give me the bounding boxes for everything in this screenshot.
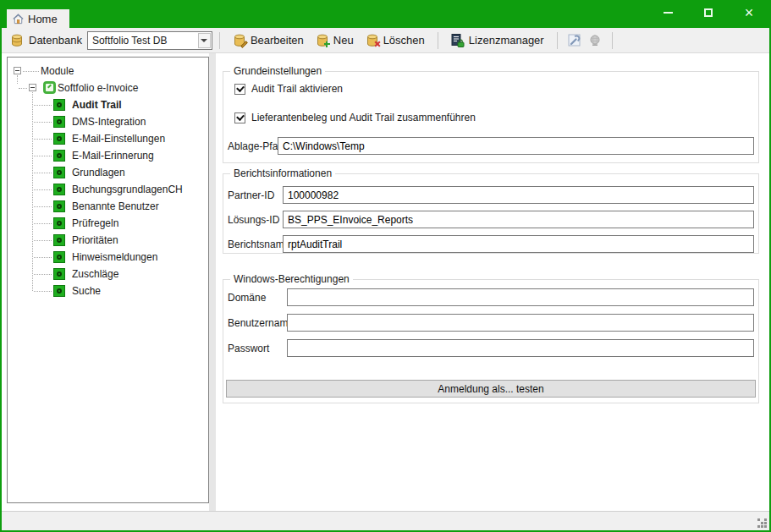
pencil-badge-icon xyxy=(240,41,248,48)
delete-button[interactable]: Löschen xyxy=(360,31,431,50)
field-label: Domäne xyxy=(228,292,266,304)
database-combobox-value: Softfolio Test DB xyxy=(92,35,168,47)
resize-grip-icon[interactable] xyxy=(757,518,767,528)
edit-button[interactable]: Bearbeiten xyxy=(227,31,310,50)
toolbar-separator xyxy=(219,32,220,49)
tab-home[interactable]: Home xyxy=(7,9,69,28)
tree-item-softfolio-e-invoice[interactable]: Softfolio e-Invoice xyxy=(8,80,208,96)
minimize-button[interactable] xyxy=(654,3,681,23)
gear-icon xyxy=(53,150,65,162)
group-title: Windows-Berechtigungen xyxy=(230,273,353,285)
tree-item-benannte-benutzer[interactable]: Benannte Benutzer xyxy=(8,198,208,215)
gear-icon xyxy=(53,184,65,195)
berichtsname-row: Berichtsname xyxy=(223,235,758,253)
settings-panel: Grundeinstellungen Audit Trail aktiviere… xyxy=(216,53,769,511)
tree-item-module[interactable]: Module xyxy=(8,63,208,80)
group-windows-berechtigungen: Windows-Berechtigungen Domäne Benutzerna… xyxy=(223,279,759,403)
tree-item-hinweismeldungen[interactable]: Hinweismeldungen xyxy=(8,249,208,266)
field-label: Passwort xyxy=(228,343,269,354)
edit-button-label: Bearbeiten xyxy=(251,34,304,47)
audit-trail-aktivieren-row: Audit Trail aktivieren xyxy=(234,83,343,95)
gear-icon xyxy=(53,285,65,297)
toolbar: Datenbank Softfolio Test DB Bearbeiten xyxy=(2,28,769,53)
app-window: Home × Datenbank Softfolio Test DB xyxy=(0,0,771,532)
toolbar-separator xyxy=(557,32,558,49)
tree-item-audit-trail[interactable]: Audit Trail xyxy=(8,96,208,113)
group-berichtsinformationen: Berichtsinformationen Partner-ID Lösungs… xyxy=(223,173,759,254)
web-button-disabled[interactable] xyxy=(585,30,605,51)
delete-button-label: Löschen xyxy=(383,34,425,47)
database-new-icon xyxy=(316,34,329,47)
collapse-icon[interactable] xyxy=(29,84,36,91)
domaene-input[interactable] xyxy=(287,288,754,306)
gear-icon xyxy=(53,268,65,280)
new-button[interactable]: Neu xyxy=(310,31,360,50)
benutzername-input[interactable] xyxy=(287,314,754,332)
gear-icon xyxy=(53,116,65,128)
maximize-icon xyxy=(704,8,713,17)
license-manager-button[interactable]: Lizenzmanager xyxy=(445,31,550,50)
settings-wrench-button[interactable] xyxy=(564,30,585,51)
maximize-button[interactable] xyxy=(695,3,722,23)
toolbar-separator xyxy=(612,32,613,49)
chevron-down-icon xyxy=(201,39,207,42)
tab-home-label: Home xyxy=(28,13,58,25)
tree-item-buchungsgrundlagen-ch[interactable]: BuchungsgrundlagenCH xyxy=(8,181,208,198)
group-title: Berichtsinformationen xyxy=(230,167,335,179)
partner-id-row: Partner-ID xyxy=(223,186,758,204)
ablage-pfad-input[interactable] xyxy=(278,137,754,155)
login-test-button[interactable]: Anmeldung als... testen xyxy=(226,380,756,398)
license-manager-label: Lizenzmanager xyxy=(469,34,544,47)
titlebar: Home × xyxy=(0,0,771,28)
tree-item-prioritaeten[interactable]: Prioritäten xyxy=(8,232,208,249)
partner-id-input[interactable] xyxy=(283,186,754,204)
window-controls: × xyxy=(641,3,763,23)
gear-icon xyxy=(53,217,65,229)
tree-item-suche[interactable]: Suche xyxy=(8,282,208,299)
panel-splitter[interactable] xyxy=(209,53,216,511)
passwort-input[interactable] xyxy=(287,339,754,357)
wrench-icon xyxy=(567,33,581,47)
tree-item-email-erinnerung[interactable]: E-Mail-Erinnerung xyxy=(8,147,208,164)
database-delete-icon xyxy=(366,34,379,47)
berichtsname-input[interactable] xyxy=(283,235,754,253)
gear-icon xyxy=(53,234,65,246)
status-bar xyxy=(2,511,769,530)
gear-icon xyxy=(53,200,65,212)
field-label: Benutzername xyxy=(228,317,294,329)
combobox-dropdown-button[interactable] xyxy=(198,33,211,48)
audit-trail-aktivieren-checkbox[interactable] xyxy=(234,84,245,95)
tree-item-pruefregeln[interactable]: Prüfregeln xyxy=(8,215,208,232)
field-label: Lösungs-ID xyxy=(228,214,279,226)
gear-icon xyxy=(53,167,65,178)
database-combobox[interactable]: Softfolio Test DB xyxy=(87,31,212,50)
ablage-pfad-row: Ablage-Pfad xyxy=(223,137,758,155)
home-icon xyxy=(12,13,25,25)
tree-item-email-einstellungen[interactable]: E-Mail-Einstellungen xyxy=(8,130,208,147)
globe-icon xyxy=(588,34,602,47)
benutzername-row: Benutzername xyxy=(223,314,758,332)
minimize-icon xyxy=(664,12,673,14)
plus-badge-icon xyxy=(323,41,331,48)
database-icon xyxy=(10,34,24,47)
collapse-icon[interactable] xyxy=(14,67,21,74)
tree-item-grundlagen[interactable]: Grundlagen xyxy=(8,164,208,181)
zusammenfuehren-checkbox[interactable] xyxy=(234,112,245,123)
new-button-label: Neu xyxy=(333,34,354,47)
group-grundeinstellungen: Grundeinstellungen Audit Trail aktiviere… xyxy=(223,71,759,163)
checkbox-label: Audit Trail aktivieren xyxy=(251,83,343,95)
tree-item-zuschlaege[interactable]: Zuschläge xyxy=(8,266,208,282)
group-title: Grundeinstellungen xyxy=(230,65,325,77)
loesungs-id-input[interactable] xyxy=(283,211,754,228)
close-icon: × xyxy=(745,5,754,20)
e-invoice-app-icon xyxy=(43,81,56,94)
tree-item-dms-integration[interactable]: DMS-Integration xyxy=(8,113,208,130)
gear-icon xyxy=(53,133,65,145)
field-label: Berichtsname xyxy=(228,239,289,250)
cross-badge-icon xyxy=(373,41,381,48)
gear-icon xyxy=(53,99,65,111)
field-label: Partner-ID xyxy=(228,189,274,201)
gear-icon xyxy=(53,251,65,263)
close-button[interactable]: × xyxy=(735,3,763,23)
zusammenfuehren-row: Lieferantenbeleg und Audit Trail zusamme… xyxy=(234,112,476,123)
